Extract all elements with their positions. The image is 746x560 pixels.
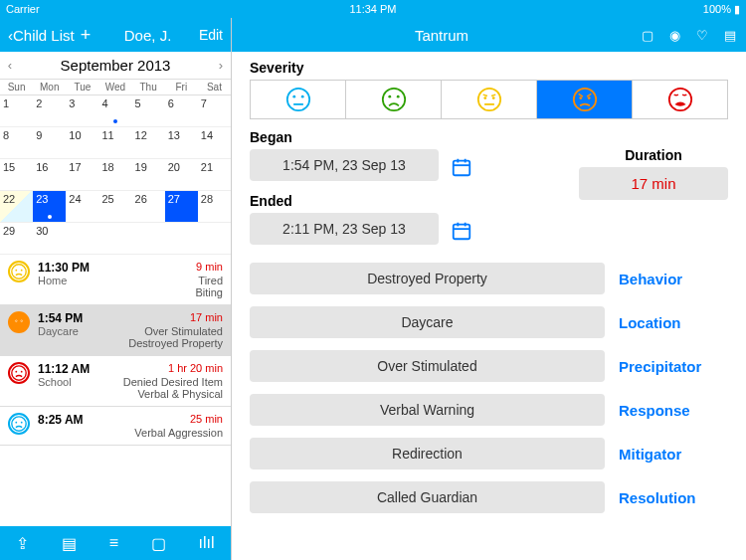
calendar-day[interactable]: 12 (132, 127, 165, 158)
calendar-day[interactable]: 8 (0, 127, 33, 158)
calendar-day[interactable]: 21 (198, 159, 231, 190)
calendar-day[interactable]: 16 (33, 159, 66, 190)
calendar-day[interactable] (66, 223, 98, 254)
category-value[interactable]: Over Stimulated (250, 350, 605, 382)
calendar-day[interactable] (165, 223, 198, 254)
svg-point-28 (579, 96, 582, 99)
calendar-day[interactable]: 17 (66, 159, 98, 190)
dow-label: Thu (132, 80, 165, 94)
next-month[interactable]: › (211, 58, 231, 73)
event-duration: 17 min (190, 311, 223, 325)
severity-3[interactable] (442, 81, 537, 118)
severity-1[interactable] (251, 81, 346, 118)
calendar-day[interactable]: 29 (0, 223, 33, 254)
event-location: Home (38, 275, 67, 286)
calendar-day[interactable]: 22 (0, 191, 33, 222)
severity-4[interactable] (537, 81, 633, 118)
dow-label: Fri (165, 80, 198, 94)
calendar-day[interactable]: 18 (98, 159, 131, 190)
calendar-day[interactable]: 27 (165, 191, 198, 222)
stats-icon[interactable]: ılıl (199, 534, 215, 552)
category-row: DaycareLocation (250, 306, 728, 338)
carrier-label: Carrier (6, 3, 40, 15)
calendar-day[interactable]: 15 (0, 159, 33, 190)
event-row[interactable]: 1:54 PM17 min DaycareOver Stimulated Des… (0, 305, 231, 356)
calendar-day[interactable]: 30 (33, 223, 66, 254)
event-face-icon (8, 362, 30, 384)
category-value[interactable]: Verbal Warning (250, 394, 605, 426)
event-duration: 1 hr 20 min (168, 362, 223, 376)
calendar-day[interactable]: 20 (165, 159, 198, 190)
heart-icon[interactable]: ♡ (696, 28, 708, 43)
ended-value[interactable]: 2:11 PM, 23 Sep 13 (250, 213, 439, 245)
category-value[interactable]: Redirection (250, 438, 605, 469)
calendar-day[interactable]: 28 (198, 191, 231, 222)
left-header: ‹ Child List + Doe, J. Edit (0, 18, 231, 52)
svg-point-14 (300, 95, 303, 98)
calendar-day[interactable]: 7 (198, 95, 231, 126)
event-row[interactable]: 11:12 AM1 hr 20 min SchoolDenied Desired… (0, 356, 231, 407)
folder-icon[interactable]: ▢ (151, 534, 166, 553)
svg-point-23 (491, 96, 494, 99)
svg-point-19 (477, 89, 499, 110)
calendar-day[interactable]: 24 (66, 191, 98, 222)
list-icon[interactable]: ≡ (109, 534, 118, 552)
dow-label: Sun (0, 80, 33, 94)
calendar-day[interactable]: 1 (0, 95, 33, 126)
calendar-icon[interactable] (451, 156, 472, 178)
svg-point-8 (21, 371, 23, 373)
prev-month[interactable]: ‹ (0, 58, 20, 73)
calendar-day[interactable]: 14 (198, 127, 231, 158)
severity-2[interactable] (346, 81, 442, 118)
camera-icon[interactable]: ◉ (669, 28, 680, 43)
add-button[interactable]: + (81, 25, 92, 46)
event-face-icon (8, 261, 30, 282)
category-label[interactable]: Location (619, 314, 728, 331)
category-label[interactable]: Precipitator (619, 358, 728, 375)
category-label[interactable]: Response (619, 402, 728, 419)
calendar-day[interactable] (132, 223, 165, 254)
month-nav: ‹ September 2013 › (0, 52, 231, 80)
svg-point-16 (382, 89, 404, 110)
category-label[interactable]: Behavior (619, 271, 728, 287)
calendar-day[interactable]: 19 (132, 159, 165, 190)
category-label[interactable]: Resolution (619, 489, 728, 506)
svg-point-29 (587, 96, 590, 99)
calendar-day[interactable]: 23 (33, 191, 66, 222)
category-row: Over StimulatedPrecipitator (250, 350, 728, 382)
event-row[interactable]: 8:25 AM25 min Verbal Aggression (0, 407, 231, 446)
calendar-day[interactable]: 5 (132, 95, 165, 126)
calendar-day[interactable] (98, 223, 131, 254)
svg-point-30 (668, 89, 690, 110)
calendar-day[interactable]: 2 (33, 95, 66, 126)
folder-icon[interactable]: ▢ (642, 28, 653, 43)
category-label[interactable]: Mitigator (619, 446, 728, 463)
svg-point-4 (15, 320, 17, 322)
calendar-day[interactable]: 26 (132, 191, 165, 222)
severity-5[interactable] (633, 81, 727, 118)
category-value[interactable]: Called Guardian (250, 481, 605, 513)
svg-point-22 (483, 96, 486, 99)
calendar-day[interactable]: 3 (66, 95, 98, 126)
calendar-day[interactable] (198, 223, 231, 254)
calendar-day[interactable]: 13 (165, 127, 198, 158)
svg-point-3 (12, 315, 26, 329)
notes-icon[interactable]: ▤ (62, 534, 77, 553)
calendar-day[interactable]: 11 (98, 127, 131, 158)
event-row[interactable]: 11:30 PM9 min HomeTired Biting (0, 255, 231, 305)
calendar-icon[interactable] (451, 220, 472, 242)
category-value[interactable]: Destroyed Property (250, 263, 605, 294)
calendar-day[interactable]: 6 (165, 95, 198, 126)
calendar-day[interactable]: 9 (33, 127, 66, 158)
began-value[interactable]: 1:54 PM, 23 Sep 13 (250, 149, 439, 181)
notes-icon[interactable]: ▤ (724, 28, 736, 43)
began-label: Began (250, 129, 569, 145)
calendar-day[interactable]: 25 (98, 191, 131, 222)
calendar-day[interactable]: 10 (66, 127, 98, 158)
share-icon[interactable]: ⇪ (16, 534, 29, 553)
category-value[interactable]: Daycare (250, 306, 605, 338)
back-button[interactable]: ‹ Child List (8, 27, 75, 44)
svg-rect-31 (453, 160, 469, 175)
edit-button[interactable]: Edit (199, 27, 223, 43)
calendar-day[interactable]: 4 (98, 95, 131, 126)
